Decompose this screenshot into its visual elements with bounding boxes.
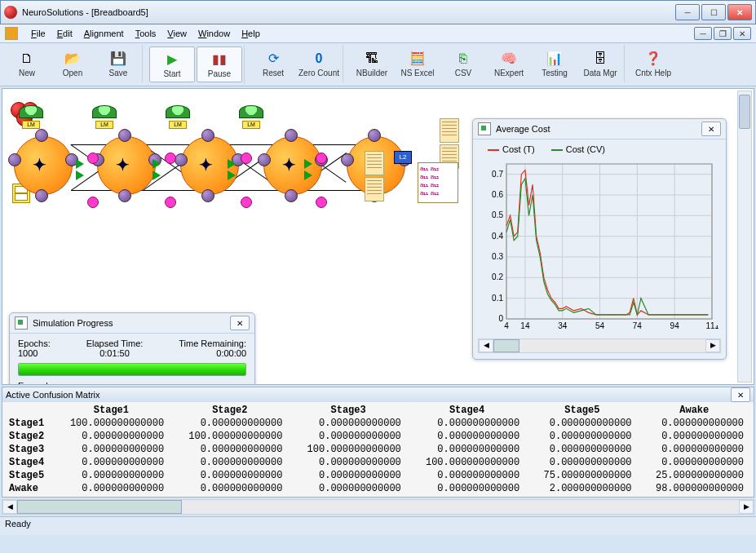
panel-title: Average Cost bbox=[496, 124, 550, 134]
pause-button[interactable]: ▮▮Pause bbox=[197, 46, 242, 82]
menu-edit[interactable]: Edit bbox=[57, 29, 73, 38]
testing-icon: 📊 bbox=[546, 51, 563, 67]
scroll-thumb[interactable] bbox=[493, 339, 519, 352]
zero-icon: 0 bbox=[311, 51, 327, 67]
nbuilder-button[interactable]: 🏗NBuilder bbox=[350, 46, 394, 81]
cost-chart: 00.10.20.30.40.50.60.74143454749411₄ bbox=[480, 159, 718, 335]
app-icon bbox=[4, 6, 17, 19]
status-text: Ready bbox=[5, 519, 31, 529]
save-button[interactable]: 💾Save bbox=[96, 46, 140, 81]
datamgr-button[interactable]: 🗄Data Mgr bbox=[578, 46, 622, 81]
play-icon: ▶ bbox=[164, 51, 180, 68]
toolbar: 🗋New 📂Open 💾Save ▶Start ▮▮Pause ⟳Reset 0… bbox=[0, 43, 756, 86]
elapsed-label: Elapsed Time: bbox=[86, 338, 144, 348]
simulation-progress-panel[interactable]: Simulation Progress✕ Epochs:1000 Elapsed… bbox=[9, 312, 255, 385]
bottom-scrollbar[interactable]: ◀ ▶ bbox=[2, 499, 754, 515]
scroll-right-icon[interactable]: ▶ bbox=[739, 500, 754, 514]
menu-file[interactable]: File bbox=[31, 29, 46, 38]
svg-text:54: 54 bbox=[595, 321, 605, 330]
window-title: NeuroSolutions - [Breadboard5] bbox=[22, 7, 675, 17]
svg-text:0.1: 0.1 bbox=[492, 294, 503, 303]
epochs-label: Epochs: bbox=[18, 338, 51, 348]
titlebar: NeuroSolutions - [Breadboard5] ─ ☐ ✕ bbox=[0, 0, 756, 24]
remaining-label: Time Remaining: bbox=[179, 338, 246, 348]
help-icon: ❓ bbox=[645, 51, 661, 67]
save-icon: 💾 bbox=[110, 51, 126, 67]
close-button[interactable]: ✕ bbox=[727, 4, 752, 20]
svg-text:34: 34 bbox=[558, 321, 568, 330]
panel-close-button[interactable]: ✕ bbox=[701, 122, 721, 136]
panel-icon bbox=[478, 122, 491, 135]
mdi-restore-button[interactable]: ❐ bbox=[714, 27, 732, 40]
chart-scrollbar[interactable]: ◀ ▶ bbox=[478, 338, 721, 353]
menu-window[interactable]: Window bbox=[198, 29, 230, 38]
maximize-button[interactable]: ☐ bbox=[701, 4, 726, 20]
new-button[interactable]: 🗋New bbox=[5, 46, 49, 81]
svg-text:14: 14 bbox=[520, 321, 530, 330]
svg-text:0.4: 0.4 bbox=[492, 232, 503, 241]
svg-text:0.7: 0.7 bbox=[492, 170, 503, 179]
nn-node[interactable]: ✦ bbox=[14, 136, 73, 195]
nn-node[interactable]: ✦ bbox=[263, 136, 322, 195]
csv-icon: ⎘ bbox=[455, 51, 471, 67]
notepad-icon bbox=[365, 177, 384, 201]
status-bar: Ready bbox=[0, 516, 756, 535]
mdi-close-button[interactable]: ✕ bbox=[733, 27, 751, 40]
menu-help[interactable]: Help bbox=[241, 29, 260, 38]
remaining-value: 0:00:00 bbox=[179, 348, 246, 358]
menu-view[interactable]: View bbox=[167, 29, 187, 38]
doc-icon bbox=[5, 27, 18, 40]
scroll-left-icon[interactable]: ◀ bbox=[479, 339, 493, 352]
scroll-thumb[interactable] bbox=[739, 95, 750, 129]
svg-text:74: 74 bbox=[633, 321, 643, 330]
svg-text:0.6: 0.6 bbox=[492, 190, 503, 199]
svg-text:0.2: 0.2 bbox=[492, 272, 503, 281]
excel-icon: 🧮 bbox=[409, 51, 426, 67]
epochs-value: 1000 bbox=[18, 348, 51, 358]
average-cost-panel[interactable]: Average Cost✕ Cost (T) Cost (CV) 00.10.2… bbox=[472, 118, 727, 360]
epoch-progressbar bbox=[18, 363, 246, 376]
svg-text:0.5: 0.5 bbox=[492, 210, 503, 219]
menubar: File Edit Alignment Tools View Window He… bbox=[0, 24, 756, 43]
scroll-left-icon[interactable]: ◀ bbox=[2, 500, 17, 514]
panel-icon bbox=[15, 316, 28, 330]
workspace[interactable]: LM LM LM LM ✦ ✦ ✦ ✦ ✦ bbox=[2, 88, 754, 385]
cntxhelp-button[interactable]: ❓Cntx Help bbox=[631, 46, 675, 81]
l2-icon: L2 bbox=[394, 151, 412, 164]
chart-legend: Cost (T) Cost (CV) bbox=[473, 139, 726, 159]
menu-alignment[interactable]: Alignment bbox=[84, 29, 124, 38]
nexpert-icon: 🧠 bbox=[501, 51, 517, 67]
notepad-icon bbox=[365, 151, 384, 175]
mdi-minimize-button[interactable]: ─ bbox=[694, 27, 712, 40]
scroll-thumb[interactable] bbox=[17, 500, 182, 514]
minimize-button[interactable]: ─ bbox=[675, 4, 700, 20]
csv-button[interactable]: ⎘CSV bbox=[441, 46, 485, 81]
open-icon: 📂 bbox=[64, 51, 81, 67]
reset-button[interactable]: ⟳Reset bbox=[251, 46, 295, 81]
panel-close-button[interactable]: ✕ bbox=[230, 316, 250, 330]
svg-text:0.3: 0.3 bbox=[492, 252, 503, 261]
neural-network-canvas[interactable]: LM LM LM LM ✦ ✦ ✦ ✦ ✦ bbox=[14, 105, 462, 219]
confusion-matrix-panel: Active Confusion Matrix✕ Stage1Stage2Sta… bbox=[2, 387, 754, 498]
scroll-right-icon[interactable]: ▶ bbox=[705, 339, 720, 352]
svg-text:11₄: 11₄ bbox=[705, 321, 718, 330]
zerocount-button[interactable]: 0Zero Count bbox=[297, 46, 341, 81]
matrix-block-icon: a₁₁ a₁₂a₁₁ a₁₂a₁₁ a₁₂a₁₁ a₁₂ bbox=[418, 162, 458, 203]
start-button[interactable]: ▶Start bbox=[149, 46, 195, 82]
nbuilder-icon: 🏗 bbox=[364, 51, 380, 67]
datamgr-icon: 🗄 bbox=[592, 51, 608, 67]
menu-tools[interactable]: Tools bbox=[135, 29, 157, 38]
workspace-scrollbar[interactable] bbox=[737, 91, 752, 383]
panel-title: Simulation Progress bbox=[33, 318, 113, 328]
testing-button[interactable]: 📊Testing bbox=[533, 46, 577, 81]
reset-icon: ⟳ bbox=[265, 51, 281, 67]
svg-text:0: 0 bbox=[498, 314, 503, 323]
open-button[interactable]: 📂Open bbox=[51, 46, 95, 81]
nsexcel-button[interactable]: 🧮NS Excel bbox=[396, 46, 440, 81]
notepad-icon bbox=[440, 118, 459, 143]
nexpert-button[interactable]: 🧠NExpert bbox=[487, 46, 531, 81]
elapsed-value: 0:01:50 bbox=[86, 348, 144, 358]
confusion-matrix-table: Stage1Stage2Stage3Stage4Stage5AwakeStage… bbox=[6, 404, 750, 495]
nn-node[interactable]: ✦ bbox=[97, 136, 156, 195]
panel-close-button[interactable]: ✕ bbox=[731, 387, 750, 402]
